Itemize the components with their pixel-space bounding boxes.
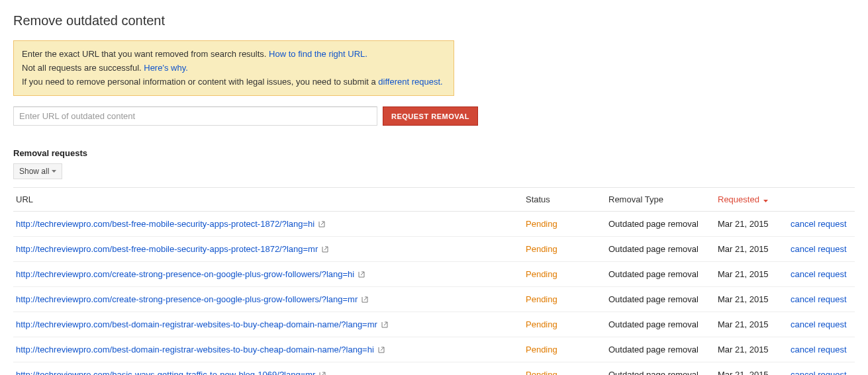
status-badge: Pending <box>526 244 557 254</box>
external-link-icon <box>318 221 325 228</box>
cell-requested: Mar 21, 2015 <box>715 312 788 337</box>
cell-status: Pending <box>523 312 606 337</box>
cancel-request-link[interactable]: cancel request <box>791 219 847 229</box>
requests-table: URL Status Removal Type Requested http:/… <box>13 187 855 375</box>
request-removal-button[interactable]: Request Removal <box>383 106 478 126</box>
cancel-request-link[interactable]: cancel request <box>791 319 847 329</box>
chevron-down-icon <box>52 170 56 173</box>
cell-requested: Mar 21, 2015 <box>715 237 788 262</box>
sort-desc-icon <box>763 200 768 202</box>
col-header-requested[interactable]: Requested <box>715 188 788 212</box>
url-text: http://techreviewpro.com/basic-ways-gett… <box>16 370 315 375</box>
cell-action: cancel request <box>788 287 855 312</box>
cancel-request-link[interactable]: cancel request <box>791 345 847 354</box>
col-header-type[interactable]: Removal Type <box>606 188 715 212</box>
url-link[interactable]: http://techreviewpro.com/best-free-mobil… <box>16 244 328 254</box>
info-line-2: Not all requests are successful. Here's … <box>22 62 446 75</box>
cell-status: Pending <box>523 262 606 287</box>
filter-dropdown[interactable]: Show all <box>13 163 62 179</box>
col-header-requested-label: Requested <box>718 194 759 204</box>
table-row: http://techreviewpro.com/best-domain-reg… <box>13 312 855 337</box>
link-different-request[interactable]: different request. <box>378 77 442 87</box>
url-link[interactable]: http://techreviewpro.com/basic-ways-gett… <box>16 370 326 375</box>
page-title: Remove outdated content <box>13 13 855 28</box>
link-heres-why[interactable]: Here's why. <box>144 63 188 73</box>
cell-action: cancel request <box>788 237 855 262</box>
link-find-url[interactable]: How to find the right URL. <box>269 49 367 59</box>
cell-type: Outdated page removal <box>606 362 715 375</box>
cell-status: Pending <box>523 362 606 375</box>
info-text-1a: Enter the exact URL that you want remove… <box>22 49 269 59</box>
url-text: http://techreviewpro.com/best-domain-reg… <box>16 345 374 354</box>
cell-requested: Mar 21, 2015 <box>715 287 788 312</box>
cancel-request-link[interactable]: cancel request <box>791 244 847 254</box>
table-row: http://techreviewpro.com/create-strong-p… <box>13 262 855 287</box>
info-text-2a: Not all requests are successful. <box>22 63 144 73</box>
cell-requested: Mar 21, 2015 <box>715 212 788 237</box>
cell-action: cancel request <box>788 262 855 287</box>
url-text: http://techreviewpro.com/best-free-mobil… <box>16 219 314 229</box>
url-text: http://techreviewpro.com/best-domain-reg… <box>16 319 377 329</box>
table-row: http://techreviewpro.com/create-strong-p… <box>13 287 855 312</box>
cell-action: cancel request <box>788 212 855 237</box>
url-text: http://techreviewpro.com/create-strong-p… <box>16 269 354 279</box>
external-link-icon <box>322 246 328 253</box>
cell-type: Outdated page removal <box>606 262 715 287</box>
col-header-url[interactable]: URL <box>13 188 523 212</box>
status-badge: Pending <box>526 219 557 229</box>
cell-type: Outdated page removal <box>606 312 715 337</box>
url-link[interactable]: http://techreviewpro.com/create-strong-p… <box>16 269 365 279</box>
status-badge: Pending <box>526 319 557 329</box>
table-row: http://techreviewpro.com/best-free-mobil… <box>13 212 855 237</box>
cell-url: http://techreviewpro.com/create-strong-p… <box>13 287 523 312</box>
cell-requested: Mar 21, 2015 <box>715 362 788 375</box>
info-box: Enter the exact URL that you want remove… <box>13 40 454 96</box>
cell-action: cancel request <box>788 337 855 362</box>
cell-url: http://techreviewpro.com/create-strong-p… <box>13 262 523 287</box>
url-input[interactable] <box>13 106 377 126</box>
input-row: Request Removal <box>13 106 855 126</box>
cell-status: Pending <box>523 337 606 362</box>
status-badge: Pending <box>526 269 557 279</box>
col-header-action <box>788 188 855 212</box>
cancel-request-link[interactable]: cancel request <box>791 269 847 279</box>
cell-type: Outdated page removal <box>606 337 715 362</box>
cell-status: Pending <box>523 212 606 237</box>
external-link-icon <box>358 271 365 278</box>
table-row: http://techreviewpro.com/basic-ways-gett… <box>13 362 855 375</box>
url-text: http://techreviewpro.com/create-strong-p… <box>16 294 358 304</box>
cell-status: Pending <box>523 237 606 262</box>
cell-url: http://techreviewpro.com/best-domain-reg… <box>13 337 523 362</box>
status-badge: Pending <box>526 370 557 375</box>
cell-url: http://techreviewpro.com/best-free-mobil… <box>13 212 523 237</box>
cell-url: http://techreviewpro.com/best-free-mobil… <box>13 237 523 262</box>
cell-url: http://techreviewpro.com/basic-ways-gett… <box>13 362 523 375</box>
status-badge: Pending <box>526 294 557 304</box>
cell-url: http://techreviewpro.com/best-domain-reg… <box>13 312 523 337</box>
table-row: http://techreviewpro.com/best-free-mobil… <box>13 237 855 262</box>
cell-requested: Mar 21, 2015 <box>715 337 788 362</box>
cell-type: Outdated page removal <box>606 287 715 312</box>
external-link-icon <box>378 347 385 353</box>
cell-requested: Mar 21, 2015 <box>715 262 788 287</box>
cell-action: cancel request <box>788 312 855 337</box>
cell-action: cancel request <box>788 362 855 375</box>
table-row: http://techreviewpro.com/best-domain-reg… <box>13 337 855 362</box>
cell-status: Pending <box>523 287 606 312</box>
filter-label: Show all <box>19 167 49 176</box>
removal-requests-heading: Removal requests <box>13 148 855 158</box>
info-line-3: If you need to remove personal informati… <box>22 75 446 89</box>
cell-type: Outdated page removal <box>606 237 715 262</box>
col-header-status[interactable]: Status <box>523 188 606 212</box>
cancel-request-link[interactable]: cancel request <box>791 370 847 375</box>
cancel-request-link[interactable]: cancel request <box>791 294 847 304</box>
cell-type: Outdated page removal <box>606 212 715 237</box>
external-link-icon <box>319 372 326 375</box>
external-link-icon <box>362 296 368 303</box>
url-link[interactable]: http://techreviewpro.com/best-domain-reg… <box>16 345 385 354</box>
url-link[interactable]: http://techreviewpro.com/best-free-mobil… <box>16 219 325 229</box>
url-link[interactable]: http://techreviewpro.com/best-domain-reg… <box>16 319 388 329</box>
info-line-1: Enter the exact URL that you want remove… <box>22 48 446 62</box>
url-link[interactable]: http://techreviewpro.com/create-strong-p… <box>16 294 368 304</box>
info-text-3a: If you need to remove personal informati… <box>22 77 378 87</box>
